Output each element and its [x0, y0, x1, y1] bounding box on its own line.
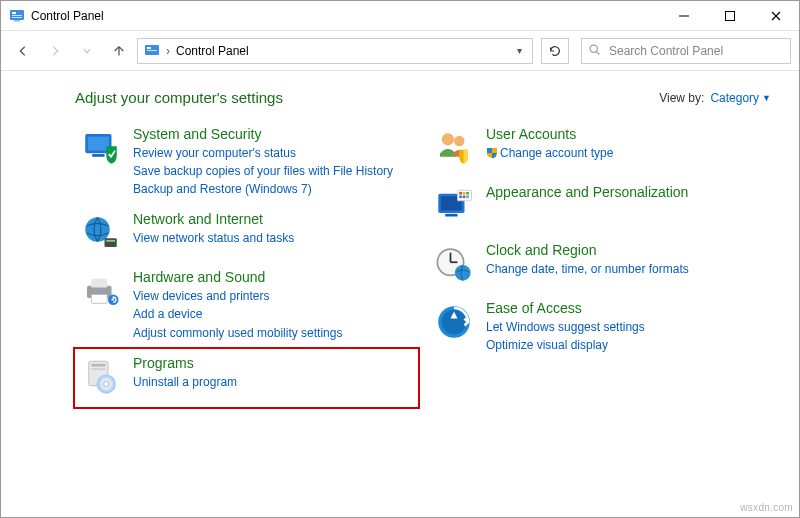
back-button[interactable]	[9, 37, 37, 65]
search-box[interactable]	[581, 38, 791, 64]
search-icon	[588, 43, 601, 59]
svg-rect-3	[12, 17, 22, 18]
appearance-monitor-icon	[432, 184, 476, 228]
watermark: wsxdn.com	[740, 502, 793, 513]
ease-of-access-icon	[432, 300, 476, 344]
svg-rect-36	[459, 196, 462, 199]
category-clock-region: Clock and Region Change date, time, or n…	[428, 236, 771, 294]
category-link[interactable]: System and Security	[133, 126, 393, 143]
svg-rect-14	[92, 154, 104, 157]
category-link[interactable]: Ease of Access	[486, 300, 645, 317]
task-link[interactable]: Optimize visual display	[486, 337, 645, 353]
svg-rect-6	[726, 11, 735, 20]
clock-region-icon	[432, 242, 476, 286]
view-by-dropdown[interactable]: Category ▼	[710, 91, 771, 105]
category-link[interactable]: User Accounts	[486, 126, 613, 143]
category-user-accounts: User Accounts Change account type	[428, 120, 771, 178]
svg-rect-33	[459, 192, 462, 195]
svg-rect-24	[91, 368, 105, 370]
svg-point-26	[104, 381, 109, 386]
task-link[interactable]: Save backup copies of your files with Fi…	[133, 163, 393, 179]
task-link[interactable]: Uninstall a program	[133, 374, 237, 390]
task-link[interactable]: Adjust commonly used mobility settings	[133, 325, 342, 341]
window-title: Control Panel	[31, 9, 104, 23]
svg-rect-5	[679, 15, 689, 16]
titlebar: Control Panel	[1, 1, 799, 31]
svg-point-10	[590, 45, 597, 52]
category-programs: Programs Uninstall a program	[75, 349, 418, 407]
svg-point-27	[442, 133, 454, 145]
svg-rect-38	[466, 196, 469, 199]
breadcrumb[interactable]: Control Panel	[176, 44, 249, 58]
svg-rect-19	[91, 279, 107, 288]
task-link[interactable]: View network status and tasks	[133, 230, 294, 246]
shield-badge-icon	[486, 147, 498, 163]
search-input[interactable]	[607, 43, 784, 59]
globe-network-icon	[79, 211, 123, 255]
svg-rect-9	[147, 50, 157, 51]
address-bar[interactable]: › Control Panel ▾	[137, 38, 533, 64]
category-link[interactable]: Network and Internet	[133, 211, 294, 228]
category-hardware-sound: Hardware and Sound View devices and prin…	[75, 263, 418, 348]
svg-rect-4	[14, 20, 20, 22]
task-link[interactable]: Change account type	[486, 145, 613, 163]
svg-rect-13	[88, 137, 109, 151]
svg-point-15	[85, 218, 110, 243]
category-link[interactable]: Programs	[133, 355, 237, 372]
svg-rect-16	[105, 239, 117, 248]
category-ease-of-access: Ease of Access Let Windows suggest setti…	[428, 294, 771, 361]
category-system-security: System and Security Review your computer…	[75, 120, 418, 205]
recent-locations-dropdown[interactable]	[73, 37, 101, 65]
task-link[interactable]: View devices and printers	[133, 288, 342, 304]
view-by-label: View by:	[659, 91, 704, 105]
svg-point-42	[455, 265, 471, 281]
category-link[interactable]: Hardware and Sound	[133, 269, 342, 286]
maximize-button[interactable]	[707, 1, 753, 31]
chevron-right-icon: ›	[166, 44, 170, 58]
svg-rect-31	[445, 214, 457, 217]
svg-rect-37	[463, 196, 466, 199]
close-button[interactable]	[753, 1, 799, 31]
category-link[interactable]: Appearance and Personalization	[486, 184, 688, 201]
content-area: Adjust your computer's settings View by:…	[1, 71, 799, 407]
category-network-internet: Network and Internet View network status…	[75, 205, 418, 263]
minimize-button[interactable]	[661, 1, 707, 31]
chevron-down-icon: ▼	[762, 93, 771, 103]
task-link[interactable]: Add a device	[133, 306, 342, 322]
navbar: › Control Panel ▾	[1, 31, 799, 71]
task-link[interactable]: Let Windows suggest settings	[486, 319, 645, 335]
refresh-button[interactable]	[541, 38, 569, 64]
task-link[interactable]: Review your computer's status	[133, 145, 393, 161]
svg-rect-23	[91, 364, 105, 367]
svg-rect-34	[463, 192, 466, 195]
control-panel-icon	[9, 8, 25, 24]
category-appearance-personalization: Appearance and Personalization	[428, 178, 771, 236]
forward-button[interactable]	[41, 37, 69, 65]
user-accounts-icon	[432, 126, 476, 170]
svg-line-11	[597, 51, 600, 54]
up-button[interactable]	[105, 37, 133, 65]
svg-rect-17	[106, 240, 115, 242]
svg-rect-2	[12, 15, 22, 16]
page-title: Adjust your computer's settings	[75, 89, 283, 106]
svg-rect-8	[147, 47, 151, 49]
printer-hardware-icon	[79, 269, 123, 313]
svg-point-28	[454, 136, 465, 147]
control-panel-icon	[144, 43, 160, 59]
task-link[interactable]: Change date, time, or number formats	[486, 261, 689, 277]
view-by-control: View by: Category ▼	[659, 91, 771, 105]
shield-monitor-icon	[79, 126, 123, 170]
svg-rect-35	[466, 192, 469, 195]
programs-cd-icon	[79, 355, 123, 399]
address-history-dropdown[interactable]: ▾	[512, 45, 526, 56]
svg-rect-20	[91, 295, 107, 304]
svg-rect-1	[12, 12, 16, 14]
category-link[interactable]: Clock and Region	[486, 242, 689, 259]
task-link[interactable]: Backup and Restore (Windows 7)	[133, 181, 393, 197]
